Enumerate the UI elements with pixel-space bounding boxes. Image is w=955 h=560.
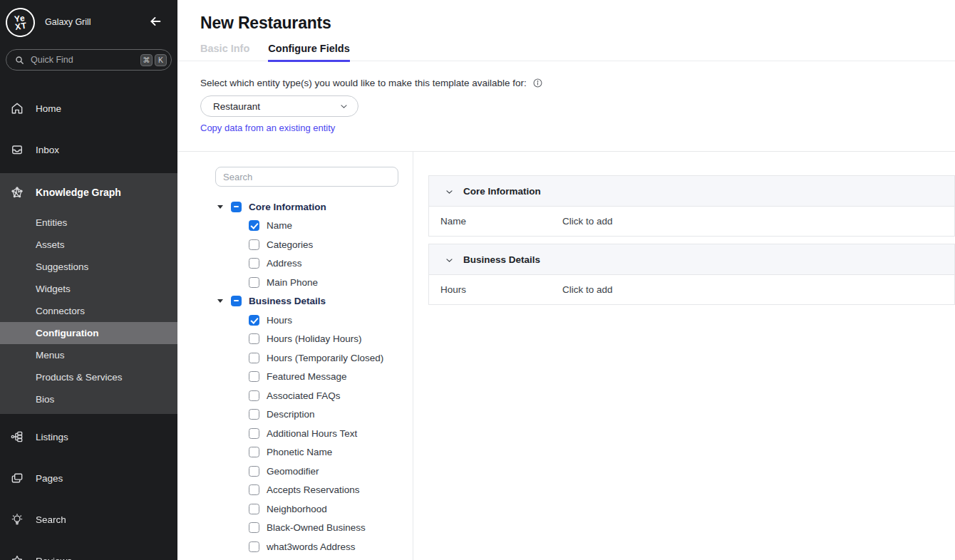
- sidebar-item-label: Connectors: [36, 306, 85, 316]
- tree-field-categories[interactable]: Categories: [215, 235, 398, 254]
- sidebar-item-home[interactable]: Home: [0, 88, 177, 129]
- tree-field-geomodifier[interactable]: Geomodifier: [215, 462, 398, 481]
- chevron-down-icon: [339, 102, 349, 111]
- sidebar-item-assets[interactable]: Assets: [0, 234, 177, 256]
- field-checkbox[interactable]: [249, 541, 259, 552]
- tree-field-label: Neighborhood: [267, 504, 327, 514]
- tree-group-core-information[interactable]: Core Information: [215, 197, 398, 217]
- entity-type-selected: Restaurant: [213, 101, 260, 112]
- sidebar-item-configuration[interactable]: Configuration: [0, 322, 177, 344]
- tree-field-featured-message[interactable]: Featured Message: [215, 368, 398, 387]
- tree-field-what3words-address[interactable]: what3words Address: [215, 537, 398, 556]
- collapse-sidebar-button[interactable]: [148, 14, 165, 31]
- quick-find-input[interactable]: [31, 55, 138, 65]
- field-checkbox[interactable]: [249, 504, 259, 514]
- sidebar-item-pages[interactable]: Pages: [0, 457, 177, 499]
- caret-down-icon[interactable]: [217, 205, 223, 209]
- knowledge-graph-icon: [10, 185, 24, 199]
- field-name-label: Name: [440, 216, 562, 227]
- page-title: New Restaurants: [177, 0, 955, 33]
- tree-field-black-owned-business[interactable]: Black-Owned Business: [215, 519, 398, 538]
- field-search-input[interactable]: [215, 167, 398, 187]
- sidebar-item-label: Home: [36, 103, 61, 114]
- tree-field-description[interactable]: Description: [215, 405, 398, 425]
- configure-fields-workspace: Core Information Name Categories Address…: [177, 151, 955, 560]
- sidebar-item-bios[interactable]: Bios: [0, 388, 177, 410]
- tree-group-business-details[interactable]: Business Details: [215, 292, 398, 311]
- sidebar-item-suggestions[interactable]: Suggestions: [0, 256, 177, 278]
- sidebar: Ye XT Galaxy Grill ⌘ K Home Inbox: [0, 0, 177, 560]
- field-checkbox[interactable]: [249, 428, 259, 439]
- sidebar-item-widgets[interactable]: Widgets: [0, 278, 177, 300]
- field-checkbox[interactable]: [249, 409, 259, 420]
- field-checkbox[interactable]: [249, 333, 259, 344]
- section-header-core-information[interactable]: Core Information: [429, 176, 954, 207]
- tree-field-accepts-reservations[interactable]: Accepts Reservations: [215, 481, 398, 500]
- field-checkbox[interactable]: [249, 220, 259, 231]
- tab-basic-info[interactable]: Basic Info: [200, 43, 249, 61]
- sidebar-item-knowledge-graph[interactable]: Knowledge Graph: [0, 173, 177, 212]
- group-checkbox[interactable]: [231, 202, 242, 212]
- preview-section-business-details: Business Details Hours Click to add: [428, 244, 955, 305]
- sidebar-item-label: Suggestions: [36, 261, 88, 272]
- sidebar-item-products-services[interactable]: Products & Services: [0, 366, 177, 388]
- click-to-add-button[interactable]: Click to add: [562, 284, 613, 295]
- field-checkbox[interactable]: [249, 239, 259, 250]
- quick-find[interactable]: ⌘ K: [6, 49, 172, 71]
- pages-icon: [10, 471, 24, 485]
- field-checkbox[interactable]: [249, 315, 259, 326]
- sidebar-item-label: Bios: [36, 394, 54, 405]
- sidebar-item-label: Listings: [36, 432, 68, 442]
- entity-type-dropdown[interactable]: Restaurant: [200, 95, 358, 117]
- caret-down-icon[interactable]: [217, 299, 223, 303]
- tree-field-address[interactable]: Address: [215, 254, 398, 274]
- tree-field-label: Hours: [267, 315, 292, 326]
- yext-logo-icon: Ye XT: [4, 6, 36, 38]
- tree-field-name[interactable]: Name: [215, 217, 398, 236]
- tree-field-label: Accepts Reservations: [267, 484, 360, 495]
- field-checkbox[interactable]: [249, 522, 259, 533]
- click-to-add-button[interactable]: Click to add: [562, 216, 613, 227]
- sidebar-item-inbox[interactable]: Inbox: [0, 129, 177, 170]
- copy-data-link[interactable]: Copy data from an existing entity: [200, 123, 335, 133]
- account-name: Galaxy Grill: [45, 17, 148, 27]
- sidebar-item-entities[interactable]: Entities: [0, 212, 177, 234]
- field-checkbox[interactable]: [249, 390, 259, 401]
- tab-configure-fields[interactable]: Configure Fields: [268, 43, 349, 62]
- info-icon[interactable]: [532, 78, 543, 88]
- sidebar-item-label: Inbox: [36, 145, 59, 155]
- field-checkbox[interactable]: [249, 484, 259, 495]
- sidebar-item-label: Knowledge Graph: [36, 187, 121, 198]
- sidebar-item-listings[interactable]: Listings: [0, 416, 177, 457]
- tree-field-neighborhood[interactable]: Neighborhood: [215, 499, 398, 519]
- tree-field-proof-of-vaccination[interactable]: Proof of Vaccination: [215, 556, 398, 560]
- listings-icon: [10, 430, 24, 444]
- sidebar-item-label: Widgets: [36, 284, 71, 294]
- tree-field-label: Black-Owned Business: [267, 522, 366, 533]
- field-checkbox[interactable]: [249, 447, 259, 457]
- preview-row-name: Name Click to add: [429, 207, 954, 236]
- tree-field-phonetic-name[interactable]: Phonetic Name: [215, 443, 398, 462]
- tree-field-hours-temporarily-closed[interactable]: Hours (Temporarily Closed): [215, 348, 398, 368]
- sidebar-item-search[interactable]: Search: [0, 499, 177, 540]
- search-platform-icon: [10, 512, 24, 527]
- tree-field-main-phone[interactable]: Main Phone: [215, 273, 398, 292]
- sidebar-item-menus[interactable]: Menus: [0, 344, 177, 366]
- tree-field-label: Main Phone: [267, 277, 318, 288]
- preview-section-core-information: Core Information Name Click to add: [428, 175, 955, 237]
- sidebar-item-connectors[interactable]: Connectors: [0, 300, 177, 322]
- group-checkbox[interactable]: [231, 296, 242, 306]
- tree-field-hours-holiday[interactable]: Hours (Holiday Hours): [215, 330, 398, 349]
- knowledge-graph-section: Knowledge Graph Entities Assets Suggesti…: [0, 173, 177, 414]
- tree-field-associated-faqs[interactable]: Associated FAQs: [215, 386, 398, 405]
- field-checkbox[interactable]: [249, 466, 259, 477]
- section-header-business-details[interactable]: Business Details: [429, 244, 954, 275]
- tree-field-hours[interactable]: Hours: [215, 311, 398, 330]
- field-checkbox[interactable]: [249, 371, 259, 382]
- tree-field-additional-hours-text[interactable]: Additional Hours Text: [215, 424, 398, 443]
- sidebar-item-reviews[interactable]: Reviews: [0, 540, 177, 560]
- field-checkbox[interactable]: [249, 277, 259, 288]
- main-content: New Restaurants Basic Info Configure Fie…: [177, 0, 955, 560]
- field-checkbox[interactable]: [249, 353, 259, 363]
- field-checkbox[interactable]: [249, 258, 259, 269]
